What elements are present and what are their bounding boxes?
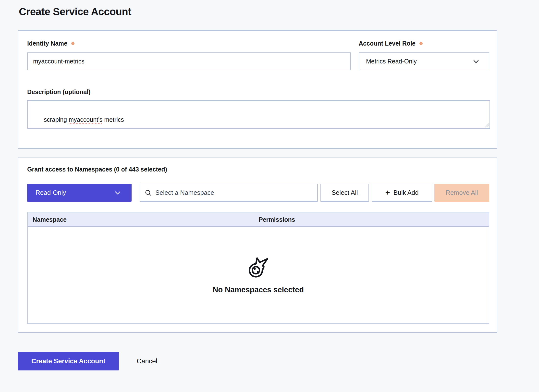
cancel-button[interactable]: Cancel bbox=[134, 352, 160, 370]
namespace-search-input[interactable] bbox=[155, 184, 313, 201]
identity-name-input[interactable] bbox=[27, 52, 351, 70]
namespaces-card: Grant access to Namespaces (0 of 443 sel… bbox=[18, 158, 497, 333]
namespaces-table-body: No Namespaces selected bbox=[28, 227, 489, 323]
namespaces-table: Namespace Permissions No Namespaces sele… bbox=[27, 212, 489, 324]
empty-state-text: No Namespaces selected bbox=[213, 285, 304, 294]
column-header-permissions: Permissions bbox=[259, 212, 295, 227]
description-text: scraping bbox=[44, 116, 69, 123]
remove-all-button[interactable]: Remove All bbox=[434, 184, 489, 202]
account-level-role-value: Metrics Read-Only bbox=[366, 58, 417, 65]
chevron-down-icon bbox=[113, 189, 122, 197]
create-service-account-page: Create Service Account Identity Name Acc… bbox=[0, 0, 539, 392]
select-all-button[interactable]: Select All bbox=[320, 184, 369, 202]
misspelled-word: myaccount's bbox=[69, 116, 102, 123]
create-service-account-button[interactable]: Create Service Account bbox=[18, 352, 119, 370]
description-label: Description (optional) bbox=[27, 88, 90, 96]
column-header-namespace: Namespace bbox=[33, 212, 67, 227]
namespace-search bbox=[140, 184, 318, 202]
page-title: Create Service Account bbox=[19, 6, 131, 18]
chevron-down-icon bbox=[472, 58, 480, 65]
comet-icon bbox=[247, 256, 270, 279]
permission-dropdown[interactable]: Read-Only bbox=[27, 184, 132, 202]
required-dot-icon bbox=[419, 42, 423, 45]
bulk-add-button[interactable]: + Bulk Add bbox=[372, 184, 432, 202]
resize-handle-icon[interactable] bbox=[485, 123, 489, 127]
plus-icon: + bbox=[385, 188, 390, 196]
search-icon bbox=[145, 189, 152, 196]
permission-dropdown-value: Read-Only bbox=[36, 189, 66, 196]
description-text: metrics bbox=[102, 116, 124, 123]
grant-access-heading: Grant access to Namespaces (0 of 443 sel… bbox=[27, 166, 167, 173]
account-level-role-label: Account Level Role bbox=[359, 40, 423, 47]
description-textarea[interactable]: scraping myaccount's metrics bbox=[27, 100, 490, 129]
account-level-role-select[interactable]: Metrics Read-Only bbox=[359, 52, 489, 70]
identity-name-label: Identity Name bbox=[27, 40, 74, 47]
required-dot-icon bbox=[71, 42, 74, 45]
identity-card: Identity Name Account Level Role Metrics… bbox=[18, 30, 497, 149]
namespaces-table-header: Namespace Permissions bbox=[28, 212, 489, 227]
